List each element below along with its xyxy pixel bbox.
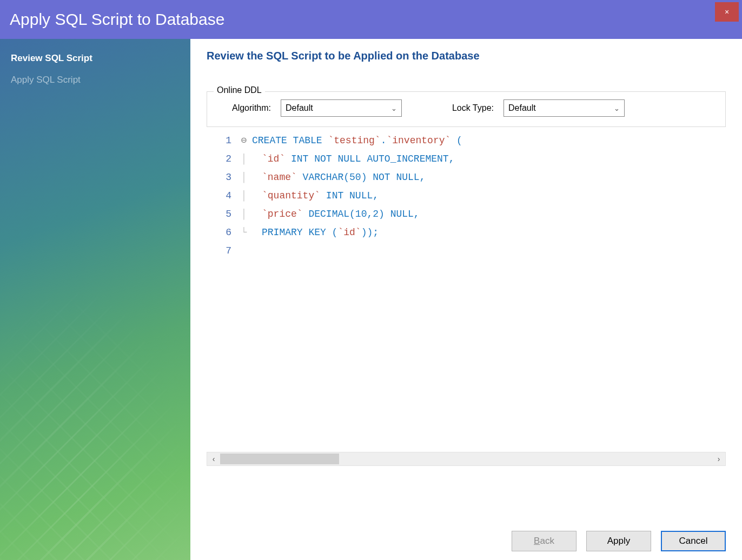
titlebar: Apply SQL Script to Database × <box>0 0 742 39</box>
dialog-window: Apply SQL Script to Database × Review SQ… <box>0 0 742 560</box>
code-line[interactable] <box>252 242 726 260</box>
sidebar-item-apply-sql[interactable]: Apply SQL Script <box>0 69 190 91</box>
scroll-track[interactable] <box>220 452 712 465</box>
scroll-thumb[interactable] <box>220 454 339 464</box>
code-line[interactable]: PRIMARY KEY (`id`)); <box>252 223 726 242</box>
fieldset-legend: Online DDL <box>214 85 265 95</box>
line-number: 3 <box>207 168 231 186</box>
back-button: Back <box>512 531 577 551</box>
fold-marker[interactable]: │ <box>239 186 252 205</box>
fold-gutter: ⊖││││└ <box>239 131 252 260</box>
sidebar-item-label: Review SQL Script <box>11 53 92 63</box>
page-heading: Review the SQL Script to be Applied on t… <box>207 50 726 62</box>
line-number: 2 <box>207 150 231 168</box>
apply-button[interactable]: Apply <box>586 531 651 551</box>
algorithm-label: Algorithm: <box>217 103 271 113</box>
line-number: 4 <box>207 186 231 205</box>
sidebar-decoration <box>0 279 190 560</box>
scroll-right-icon[interactable]: › <box>712 455 725 463</box>
locktype-select[interactable]: Default ⌄ <box>504 99 625 117</box>
fold-marker[interactable] <box>239 242 252 260</box>
button-bar: Back Apply Cancel <box>207 466 726 551</box>
code-line[interactable]: `name` VARCHAR(50) NOT NULL, <box>252 168 726 186</box>
line-number: 7 <box>207 242 231 260</box>
line-number: 1 <box>207 131 231 150</box>
sidebar-item-review-sql[interactable]: Review SQL Script <box>0 48 190 69</box>
back-button-mnemonic: B <box>534 536 540 546</box>
chevron-down-icon: ⌄ <box>391 104 397 112</box>
cancel-button[interactable]: Cancel <box>661 531 726 551</box>
locktype-value: Default <box>508 103 536 113</box>
scroll-left-icon[interactable]: ‹ <box>207 455 220 463</box>
algorithm-select[interactable]: Default ⌄ <box>281 99 402 117</box>
main-pane: Review the SQL Script to be Applied on t… <box>190 39 742 560</box>
fold-marker[interactable]: │ <box>239 168 252 186</box>
fold-marker[interactable]: │ <box>239 150 252 168</box>
back-button-rest: ack <box>540 536 554 546</box>
editor-horizontal-scrollbar[interactable]: ‹ › <box>207 452 726 466</box>
code-line[interactable]: `price` DECIMAL(10,2) NULL, <box>252 205 726 223</box>
sql-code-area[interactable]: CREATE TABLE `testing`.`inventory` (`id`… <box>252 131 726 260</box>
algorithm-value: Default <box>286 103 313 113</box>
line-number: 5 <box>207 205 231 223</box>
close-icon[interactable]: × <box>715 2 739 22</box>
code-line[interactable]: `quantity` INT NULL, <box>252 186 726 205</box>
code-line[interactable]: `id` INT NOT NULL AUTO_INCREMENT, <box>252 150 726 168</box>
fold-marker[interactable]: │ <box>239 205 252 223</box>
online-ddl-row: Algorithm: Default ⌄ Lock Type: Default … <box>217 99 716 117</box>
fold-marker[interactable]: ⊖ <box>239 131 252 150</box>
chevron-down-icon: ⌄ <box>614 104 620 112</box>
line-number: 6 <box>207 223 231 242</box>
sidebar-item-label: Apply SQL Script <box>11 75 81 85</box>
line-number-gutter: 1234567 <box>207 131 239 260</box>
locktype-label: Lock Type: <box>434 103 494 113</box>
online-ddl-fieldset: Online DDL Algorithm: Default ⌄ Lock Typ… <box>207 91 726 127</box>
fold-marker[interactable]: └ <box>239 223 252 242</box>
window-title: Apply SQL Script to Database <box>10 10 224 29</box>
body-area: Review SQL Script Apply SQL Script Revie… <box>0 39 742 560</box>
sql-editor[interactable]: 1234567 ⊖││││└ CREATE TABLE `testing`.`i… <box>207 131 726 260</box>
wizard-steps-sidebar: Review SQL Script Apply SQL Script <box>0 39 190 560</box>
code-line[interactable]: CREATE TABLE `testing`.`inventory` ( <box>252 131 726 150</box>
